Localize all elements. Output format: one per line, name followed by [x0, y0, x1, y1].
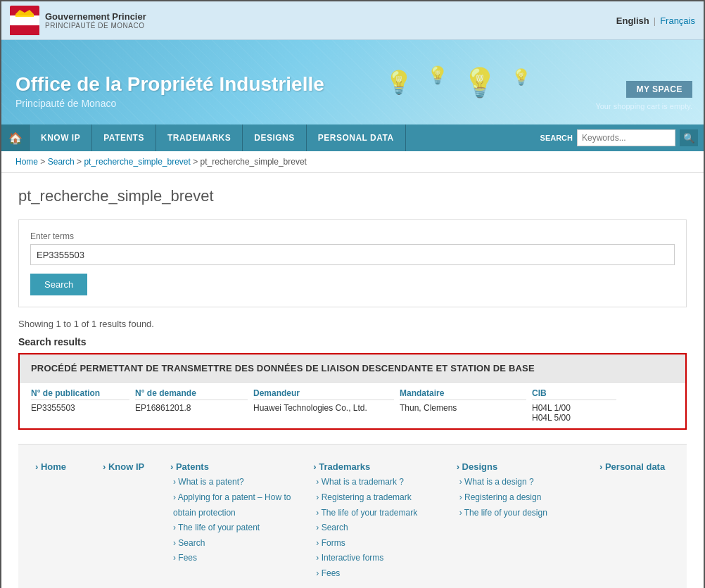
footer-col-patents: › Patents › What is a patent? › Applying…: [170, 459, 302, 582]
logo-title: Gouvernement Princier: [45, 11, 146, 22]
footer-col-trademarks: › Trademarks › What is a trademark ? › R…: [313, 459, 445, 582]
col-dem-header: N° de demande: [135, 388, 248, 400]
footer-trademarks-link-1[interactable]: › What is a trademark ?: [313, 475, 445, 490]
footer-patents-link-1[interactable]: › What is a patent?: [170, 475, 302, 490]
my-space-button[interactable]: MY SPACE: [626, 81, 692, 98]
search-icon: 🔍: [683, 133, 695, 143]
col-demandeur-header: Demandeur: [253, 388, 394, 400]
hero-banner: 💡 💡 💡 💡 Office de la Propriété Industrie…: [1, 40, 704, 124]
footer-designs-link-3[interactable]: › The life of your design: [457, 506, 588, 521]
svg-rect-2: [10, 25, 39, 35]
nav-bar: 🏠 KNOW IP PATENTS TRADEMARKS DESIGNS PER…: [1, 124, 704, 151]
result-item: PROCÉDÉ PERMETTANT DE TRANSMETTRE DES DO…: [18, 353, 687, 430]
results-heading: Search results: [18, 336, 687, 347]
top-bar: Gouvernement Princier PRINCIPAUTÉ DE MON…: [1, 1, 704, 40]
footer-trademarks-link-2[interactable]: › Registering a trademark: [313, 490, 445, 506]
footer-designs-link-1[interactable]: › What is a design ?: [457, 475, 588, 490]
nav-home-button[interactable]: 🏠: [1, 124, 30, 151]
footer-personal-main[interactable]: › Personal data: [599, 459, 670, 475]
result-title[interactable]: PROCÉDÉ PERMETTANT DE TRANSMETTRE DES DO…: [20, 354, 685, 382]
col-cib-value: H04L 1/00 H04L 5/00: [532, 403, 616, 423]
results-summary: Showing 1 to 1 of 1 results found.: [18, 319, 687, 329]
logo-text: Gouvernement Princier PRINCIPAUTÉ DE MON…: [45, 11, 146, 30]
logo-emblem: [10, 6, 39, 35]
hero-subtitle: Principauté de Monaco: [15, 98, 570, 109]
nav-item-trademarks[interactable]: TRADEMARKS: [156, 124, 243, 151]
logo-subtitle: PRINCIPAUTÉ DE MONACO: [45, 22, 146, 30]
breadcrumb-sep-1: >: [40, 157, 47, 167]
footer-trademarks-link-5[interactable]: › Forms: [313, 536, 445, 551]
col-demandeur: Demandeur Huawei Technologies Co., Ltd.: [253, 388, 394, 423]
footer-trademarks-link-3[interactable]: › The life of your trademark: [313, 506, 445, 521]
col-pub-num: N° de publication EP3355503: [31, 388, 129, 423]
hero-main-title: Office de la Propriété Industrielle: [15, 72, 570, 96]
logo-area: Gouvernement Princier PRINCIPAUTÉ DE MON…: [10, 6, 146, 35]
nav-item-designs[interactable]: DESIGNS: [243, 124, 307, 151]
lang-english[interactable]: English: [616, 15, 649, 26]
footer-col-personal: › Personal data: [599, 459, 670, 582]
footer-trademarks-main[interactable]: › Trademarks: [313, 459, 445, 475]
col-cib-header: CIB: [532, 388, 616, 400]
col-pub-header: N° de publication: [31, 388, 129, 400]
page-wrapper: Gouvernement Princier PRINCIPAUTÉ DE MON…: [0, 0, 705, 588]
nav-item-know-ip[interactable]: KNOW IP: [30, 124, 92, 151]
svg-rect-1: [10, 15, 39, 25]
footer-col-know-ip: › Know IP: [103, 459, 159, 582]
search-label: SEARCH: [540, 134, 573, 142]
keyword-search-input[interactable]: [577, 129, 675, 146]
col-pub-value: EP3355503: [31, 403, 129, 413]
col-mandataire-header: Mandataire: [400, 388, 526, 400]
col-dem-value: EP16861201.8: [135, 403, 248, 413]
main-content: pt_recherche_simple_brevet Enter terms S…: [1, 173, 704, 588]
breadcrumb-home[interactable]: Home: [15, 157, 38, 167]
hero-right: MY SPACE Your shopping cart is empty.: [584, 74, 704, 117]
footer-patents-link-4[interactable]: › Search: [170, 536, 302, 551]
breadcrumb-search[interactable]: Search: [48, 157, 75, 167]
breadcrumb-sep-2: >: [77, 157, 84, 167]
search-form: Enter terms Search: [18, 219, 687, 307]
lang-french[interactable]: Français: [660, 15, 695, 26]
breadcrumb: Home > Search > pt_recherche_simple_brev…: [1, 151, 704, 173]
footer-designs-main[interactable]: › Designs: [457, 459, 588, 475]
result-details-row: N° de publication EP3355503 N° de demand…: [20, 382, 685, 428]
footer-know-ip[interactable]: › Know IP: [103, 459, 159, 475]
home-icon: 🏠: [8, 132, 23, 145]
hero-left: Office de la Propriété Industrielle Prin…: [1, 64, 584, 117]
lang-separator: |: [654, 15, 656, 26]
breadcrumb-pt1[interactable]: pt_recherche_simple_brevet: [84, 157, 190, 167]
col-demandeur-value: Huawei Technologies Co., Ltd.: [253, 403, 394, 413]
col-dem-num: N° de demande EP16861201.8: [135, 388, 248, 423]
footer-trademarks-link-7[interactable]: › Fees: [313, 566, 445, 582]
footer: › Home › Know IP › Patents › What is a p…: [18, 444, 687, 588]
search-button[interactable]: Search: [30, 274, 87, 295]
nav-item-personal-data[interactable]: PERSONAL DATA: [307, 124, 406, 151]
footer-patents-link-2[interactable]: › Applying for a patent – How to obtain …: [170, 490, 302, 520]
footer-col-home: › Home: [35, 459, 91, 582]
cart-text: Your shopping cart is empty.: [595, 102, 692, 110]
footer-col-designs: › Designs › What is a design ? › Registe…: [457, 459, 588, 582]
lang-switcher: English | Français: [616, 15, 695, 26]
footer-patents-link-5[interactable]: › Fees: [170, 551, 302, 566]
col-mandataire: Mandataire Thun, Clemens: [400, 388, 526, 423]
field-label: Enter terms: [30, 231, 675, 241]
keyword-search-button[interactable]: 🔍: [680, 129, 698, 146]
nav-item-patents[interactable]: PATENTS: [92, 124, 156, 151]
search-terms-input[interactable]: [30, 244, 675, 265]
breadcrumb-sep-3: >: [193, 157, 200, 167]
footer-designs-link-2[interactable]: › Registering a design: [457, 490, 588, 506]
footer-trademarks-link-6[interactable]: › Interactive forms: [313, 551, 445, 566]
col-cib: CIB H04L 1/00 H04L 5/00: [532, 388, 616, 423]
footer-trademarks-link-4[interactable]: › Search: [313, 520, 445, 536]
footer-home[interactable]: › Home: [35, 459, 91, 475]
footer-patents-link-3[interactable]: › The life of your patent: [170, 520, 302, 536]
nav-search-area: SEARCH 🔍: [535, 124, 704, 151]
col-mandataire-value: Thun, Clemens: [400, 403, 526, 413]
breadcrumb-current: pt_recherche_simple_brevet: [201, 157, 307, 167]
page-title: pt_recherche_simple_brevet: [18, 187, 687, 205]
footer-patents-main[interactable]: › Patents: [170, 459, 302, 475]
